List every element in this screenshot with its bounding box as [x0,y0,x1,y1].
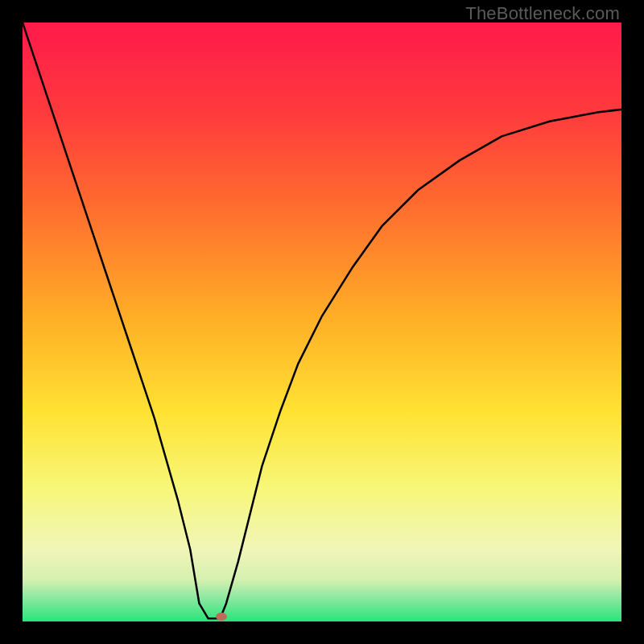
optimal-point-marker [216,613,227,621]
watermark-text: TheBottleneck.com [465,3,620,24]
plot-area [23,23,621,621]
bottleneck-curve [23,23,621,621]
